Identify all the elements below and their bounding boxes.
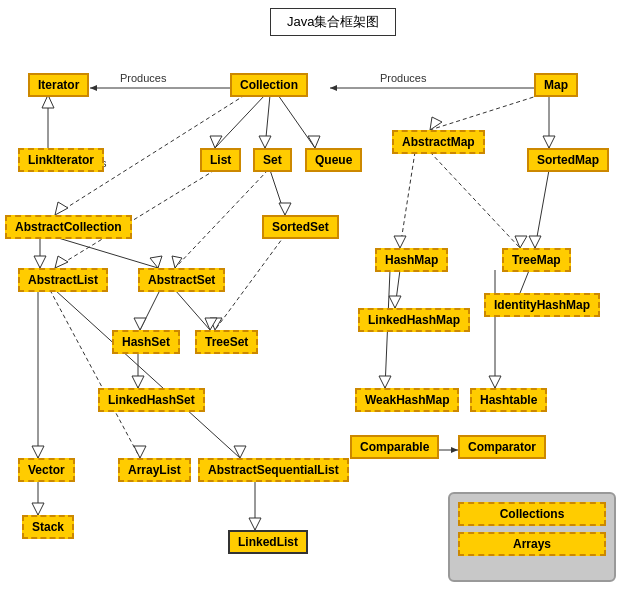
identityhashmap-label: IdentityHashMap	[494, 298, 590, 312]
collections-node: Collections	[458, 502, 606, 526]
abstractcollection-node: AbstractCollection	[5, 215, 132, 239]
svg-text:Produces: Produces	[380, 72, 427, 84]
svg-text:Produces: Produces	[120, 72, 167, 84]
abstractset-node: AbstractSet	[138, 268, 225, 292]
svg-marker-23	[529, 236, 541, 248]
svg-line-14	[430, 95, 540, 130]
svg-line-37	[215, 235, 285, 330]
abstractcollection-label: AbstractCollection	[15, 220, 122, 234]
treemap-node: TreeMap	[502, 248, 571, 272]
weakhashmap-node: WeakHashMap	[355, 388, 459, 412]
hashmap-label: HashMap	[385, 253, 438, 267]
hashset-label: HashSet	[122, 335, 170, 349]
svg-marker-48	[379, 376, 391, 388]
queue-node: Queue	[305, 148, 362, 172]
vector-node: Vector	[18, 458, 75, 482]
svg-line-51	[50, 290, 140, 458]
svg-marker-56	[249, 518, 261, 530]
iterator-node: Iterator	[28, 73, 89, 97]
arraylist-label: ArrayList	[128, 463, 181, 477]
svg-marker-38	[210, 318, 222, 330]
arrays-node: Arrays	[458, 532, 606, 556]
linkedhashset-label: LinkedHashSet	[108, 393, 195, 407]
collection-label: Collection	[240, 78, 298, 92]
svg-line-33	[175, 170, 268, 268]
treeset-node: TreeSet	[195, 330, 258, 354]
set-label: Set	[263, 153, 282, 167]
svg-line-20	[430, 152, 520, 248]
abstractsequentiallist-label: AbstractSequentialList	[208, 463, 339, 477]
svg-marker-21	[515, 236, 527, 248]
legend-box: Collections Arrays	[448, 492, 616, 582]
linkedlist-node: LinkedList	[228, 530, 308, 554]
svg-marker-32	[55, 256, 68, 268]
svg-marker-54	[234, 446, 246, 458]
svg-marker-52	[134, 446, 146, 458]
linkedhashmap-label: LinkedHashMap	[368, 313, 460, 327]
collection-node: Collection	[230, 73, 308, 97]
svg-marker-36	[279, 203, 291, 215]
svg-marker-13	[308, 136, 320, 148]
svg-marker-17	[543, 136, 555, 148]
linkedlist-label: LinkedList	[238, 535, 298, 549]
svg-line-39	[140, 290, 160, 330]
linkedhashmap-node: LinkedHashMap	[358, 308, 470, 332]
svg-marker-46	[389, 296, 401, 308]
linkiterator-node: LinkIterator	[18, 148, 104, 172]
diagram-container: Produces Produces Produces	[0, 0, 643, 611]
comparable-node: Comparable	[350, 435, 439, 459]
comparable-label: Comparable	[360, 440, 429, 454]
svg-marker-15	[430, 117, 442, 130]
svg-marker-40	[134, 318, 146, 330]
stack-node: Stack	[22, 515, 74, 539]
sortedset-label: SortedSet	[272, 220, 329, 234]
svg-marker-61	[489, 376, 501, 388]
sortedset-node: SortedSet	[262, 215, 339, 239]
arraylist-node: ArrayList	[118, 458, 191, 482]
svg-marker-30	[150, 256, 162, 268]
collections-label: Collections	[500, 507, 565, 521]
svg-line-45	[395, 270, 400, 308]
svg-line-22	[535, 170, 549, 248]
svg-marker-26	[55, 202, 68, 215]
sortedmap-node: SortedMap	[527, 148, 609, 172]
hashmap-node: HashMap	[375, 248, 448, 272]
svg-line-41	[175, 290, 210, 330]
hashtable-label: Hashtable	[480, 393, 537, 407]
svg-marker-50	[32, 446, 44, 458]
svg-line-10	[265, 95, 270, 148]
svg-line-35	[270, 170, 285, 215]
hashtable-node: Hashtable	[470, 388, 547, 412]
weakhashmap-label: WeakHashMap	[365, 393, 449, 407]
svg-marker-34	[172, 256, 182, 268]
set-node: Set	[253, 148, 292, 172]
abstractlist-label: AbstractList	[28, 273, 98, 287]
arrays-label: Arrays	[513, 537, 551, 551]
identityhashmap-node: IdentityHashMap	[484, 293, 600, 317]
treeset-label: TreeSet	[205, 335, 248, 349]
iterator-label: Iterator	[38, 78, 79, 92]
svg-line-29	[55, 237, 158, 268]
vector-label: Vector	[28, 463, 65, 477]
abstractset-label: AbstractSet	[148, 273, 215, 287]
treemap-label: TreeMap	[512, 253, 561, 267]
map-node: Map	[534, 73, 578, 97]
svg-marker-44	[132, 376, 144, 388]
list-label: List	[210, 153, 231, 167]
svg-marker-9	[210, 136, 222, 148]
sortedmap-label: SortedMap	[537, 153, 599, 167]
abstractsequentiallist-node: AbstractSequentialList	[198, 458, 349, 482]
list-node: List	[200, 148, 241, 172]
map-label: Map	[544, 78, 568, 92]
svg-line-8	[215, 95, 265, 148]
title-label: Java集合框架图	[287, 14, 379, 29]
abstractmap-label: AbstractMap	[402, 135, 475, 149]
comparator-label: Comparator	[468, 440, 536, 454]
svg-line-18	[400, 152, 415, 248]
queue-label: Queue	[315, 153, 352, 167]
abstractmap-node: AbstractMap	[392, 130, 485, 154]
svg-marker-11	[259, 136, 271, 148]
linkiterator-label: LinkIterator	[28, 153, 94, 167]
title-node: Java集合框架图	[270, 8, 396, 36]
hashset-node: HashSet	[112, 330, 180, 354]
